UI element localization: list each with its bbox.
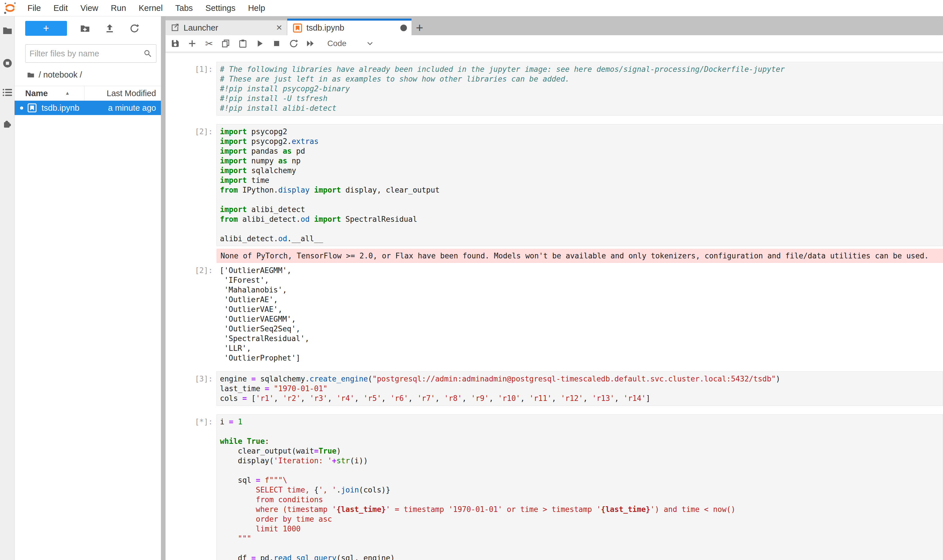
copy-cells-icon[interactable] — [221, 39, 230, 48]
code-line: last_time = "1970-01-01" — [220, 384, 943, 394]
output-result: [2]:['OutlierAEGMM', 'IForest', 'Mahalan… — [165, 263, 943, 363]
jupyterlab-app: File Edit View Run Kernel Tabs Settings … — [0, 0, 943, 560]
column-name[interactable]: Name — [25, 89, 48, 98]
code-line: import pandas as pd — [220, 146, 943, 156]
code-line: import sqlalchemy — [220, 166, 943, 175]
menu-item-view[interactable]: View — [74, 3, 105, 13]
new-tab-button[interactable]: + — [412, 20, 428, 35]
input-prompt: [3]: — [165, 371, 216, 406]
close-icon[interactable]: ✕ — [276, 23, 282, 32]
code-line: display('Iteration: '+str(i)) — [220, 456, 943, 466]
refresh-icon[interactable] — [130, 23, 139, 33]
file-modified: a minute ago — [108, 103, 156, 113]
code-line: import psycopg2 — [220, 127, 943, 137]
cell-input: [2]:import psycopg2import psycopg2.extra… — [165, 124, 943, 246]
code-line: #!pip install -U tsfresh — [220, 94, 943, 103]
notebook-toolbar: ✂ — [165, 35, 943, 52]
code-line — [220, 195, 943, 205]
code-line: where (timestamp '{last_time}' = timesta… — [220, 505, 943, 514]
tab-launcher[interactable]: Launcher ✕ — [165, 20, 287, 35]
restart-kernel-icon[interactable] — [289, 39, 298, 48]
upload-icon[interactable] — [105, 23, 114, 33]
cell-input: [*]:i = 1 while True: clear_output(wait=… — [165, 414, 943, 560]
restart-run-all-icon[interactable] — [306, 39, 315, 48]
notebook-file-icon-orange — [293, 23, 302, 32]
cell-type-selector[interactable]: Code — [327, 39, 347, 48]
cell: [3]:engine = sqlalchemy.create_engine("p… — [165, 371, 943, 406]
code-line: from alibi_detect.od import SpectralResi… — [220, 214, 943, 224]
notebook-scroll-area[interactable]: [1]:# The following libraries have alrea… — [165, 52, 943, 560]
tab-notebook-label: tsdb.ipynb — [306, 23, 344, 32]
menu-item-file[interactable]: File — [21, 3, 47, 13]
menu-item-run[interactable]: Run — [105, 3, 132, 13]
new-folder-icon[interactable] — [80, 23, 90, 33]
file-filter-box — [25, 45, 156, 63]
folder-icon — [27, 71, 35, 79]
code-line: clear_output(wait=True) — [220, 446, 943, 456]
cell: [2]:import psycopg2import psycopg2.extra… — [165, 124, 943, 363]
code-editor[interactable]: # The following libraries have already b… — [216, 62, 943, 115]
breadcrumb-path: / notebook / — [39, 70, 82, 80]
file-browser-toolbar: + — [25, 21, 161, 36]
stop-kernel-icon[interactable] — [272, 39, 281, 48]
code-line: engine = sqlalchemy.create_engine("postg… — [220, 374, 943, 384]
breadcrumb[interactable]: / notebook / — [27, 70, 161, 80]
code-line: sql = f"""\ — [220, 475, 943, 485]
file-list-header: Name ▲ Last Modified — [15, 86, 161, 101]
paste-cells-icon[interactable] — [238, 39, 247, 48]
code-line: """ — [220, 534, 943, 543]
jupyter-logo — [3, 2, 17, 15]
file-row-selected[interactable]: tsdb.ipynb a minute ago — [15, 101, 161, 115]
code-line: import time — [220, 175, 943, 185]
cut-cells-icon[interactable]: ✂ — [204, 39, 214, 48]
file-name: tsdb.ipynb — [42, 103, 79, 113]
extensions-icon[interactable] — [2, 118, 12, 128]
tab-bar: Launcher ✕ tsdb.ipynb + — [165, 16, 943, 35]
launcher-icon — [171, 23, 179, 32]
run-cell-icon[interactable] — [255, 39, 264, 48]
code-editor[interactable]: i = 1 while True: clear_output(wait=True… — [216, 414, 943, 560]
new-launcher-button[interactable]: + — [25, 21, 67, 36]
output-stderr: None of PyTorch, TensorFlow >= 2.0, or F… — [216, 249, 943, 263]
cell: [1]:# The following libraries have alrea… — [165, 62, 943, 115]
file-browser-panel: + — [15, 16, 161, 560]
cells: [1]:# The following libraries have alrea… — [165, 62, 943, 560]
code-line: import numpy as np — [220, 156, 943, 166]
code-line: while True: — [220, 436, 943, 446]
unsaved-bullet — [20, 106, 23, 109]
code-line: df = pd.read_sql_query(sql, engine) — [220, 553, 943, 560]
output-prompt: [2]: — [165, 263, 216, 363]
sidebar-splitter[interactable] — [161, 16, 165, 560]
cell-input: [1]:# The following libraries have alrea… — [165, 62, 943, 115]
code-line — [220, 224, 943, 234]
code-line: limit 1000 — [220, 524, 943, 534]
code-line: cols = ['r1', 'r2', 'r3', 'r4', 'r5', 'r… — [220, 394, 943, 403]
code-editor[interactable]: import psycopg2import psycopg2.extrasimp… — [216, 124, 943, 246]
menu-item-help[interactable]: Help — [242, 3, 272, 13]
running-sessions-icon[interactable] — [2, 58, 12, 68]
main-dock: Launcher ✕ tsdb.ipynb + — [165, 16, 943, 560]
menu-item-settings[interactable]: Settings — [199, 3, 242, 13]
add-cell-icon[interactable] — [188, 39, 197, 48]
unsaved-dot-icon — [400, 25, 407, 31]
code-line — [220, 543, 943, 553]
menu-item-tabs[interactable]: Tabs — [169, 3, 199, 13]
code-line: from conditions — [220, 495, 943, 505]
file-browser-icon[interactable] — [2, 25, 12, 36]
input-prompt: [*]: — [165, 414, 216, 560]
tab-notebook-active[interactable]: tsdb.ipynb — [287, 18, 412, 35]
column-last-modified[interactable]: Last Modified — [107, 89, 156, 98]
sort-ascending-icon[interactable]: ▲ — [65, 91, 70, 96]
code-line: import psycopg2.extras — [220, 137, 943, 146]
code-line: #!pip install psycopg2-binary — [220, 84, 943, 94]
code-editor[interactable]: engine = sqlalchemy.create_engine("postg… — [216, 371, 943, 406]
menu-bar: File Edit View Run Kernel Tabs Settings … — [0, 0, 943, 16]
menu-item-kernel[interactable]: Kernel — [132, 3, 169, 13]
menu-item-edit[interactable]: Edit — [47, 3, 74, 13]
chevron-down-icon[interactable] — [367, 41, 373, 46]
save-icon[interactable] — [171, 39, 180, 48]
code-line: # The following libraries have already b… — [220, 65, 943, 74]
file-filter-input[interactable] — [29, 49, 144, 58]
code-line: #!pip install alibi-detect — [220, 103, 943, 113]
table-of-contents-icon[interactable] — [2, 87, 12, 98]
